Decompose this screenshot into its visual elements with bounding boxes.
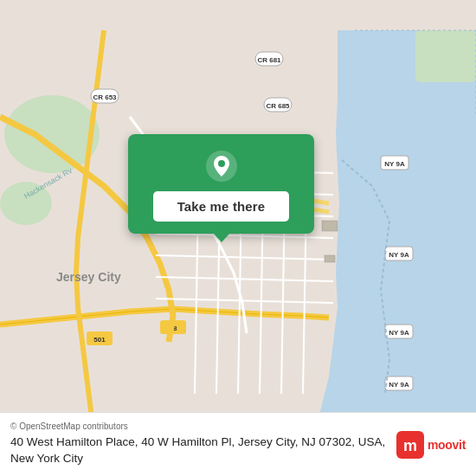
osm-credit: © OpenStreetMap contributors (10, 421, 388, 431)
moovit-label: moovit (428, 438, 466, 452)
svg-text:NY 9A: NY 9A (384, 160, 405, 168)
svg-text:m: m (403, 437, 417, 454)
map-container: 78 501 (0, 0, 476, 476)
take-me-there-button[interactable]: Take me there (153, 191, 290, 222)
svg-text:CR 685: CR 685 (266, 102, 290, 110)
svg-rect-3 (415, 30, 476, 82)
address-section: © OpenStreetMap contributors 40 West Ham… (10, 421, 396, 467)
map-background: 78 501 (0, 0, 476, 476)
svg-text:501: 501 (93, 336, 106, 344)
svg-text:Jersey City: Jersey City (56, 270, 121, 284)
location-pin-icon (205, 150, 238, 183)
svg-text:NY 9A: NY 9A (389, 329, 409, 337)
svg-text:CR 653: CR 653 (93, 93, 117, 101)
svg-text:NY 9A: NY 9A (389, 381, 409, 389)
svg-rect-39 (325, 255, 335, 262)
svg-point-41 (218, 160, 225, 167)
svg-text:NY 9A: NY 9A (389, 251, 409, 259)
address-text: 40 West Hamilton Place, 40 W Hamilton Pl… (10, 434, 388, 467)
moovit-icon: m (396, 431, 424, 459)
svg-text:CR 681: CR 681 (257, 56, 281, 64)
location-popup: Take me there (128, 134, 314, 234)
moovit-logo: m moovit (396, 431, 466, 459)
info-bar: © OpenStreetMap contributors 40 West Ham… (0, 412, 476, 476)
svg-rect-38 (322, 221, 338, 231)
